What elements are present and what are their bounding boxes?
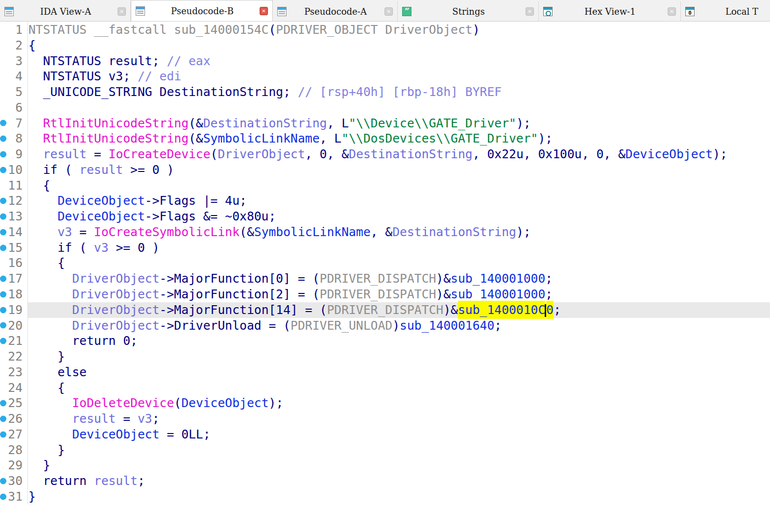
code-token[interactable]: ( — [211, 147, 218, 161]
code-text[interactable]: return 0; — [28, 333, 770, 349]
code-line[interactable]: 14 v3 = IoCreateSymbolicLink(&SymbolicLi… — [0, 224, 770, 240]
code-line[interactable]: 5 _UNICODE_STRING DestinationString; // … — [0, 84, 770, 100]
code-token[interactable]: sub_140001000 — [451, 271, 545, 286]
code-text[interactable]: DriverObject->MajorFunction[0] = (PDRIVE… — [28, 271, 770, 287]
breakpoint-dot[interactable] — [0, 229, 6, 235]
breakpoint-dot[interactable] — [0, 307, 6, 313]
code-line[interactable]: 15 if ( v3 >= 0 ) — [0, 240, 770, 256]
code-text[interactable]: result = v3; — [28, 411, 770, 427]
code-text[interactable]: { — [28, 38, 770, 53]
tab-pseudocode-a[interactable]: Pseudocode-A✕ — [273, 1, 398, 22]
code-token[interactable]: ->MajorFunction[0] = ( — [160, 271, 320, 286]
code-token[interactable]: RtlInitUnicodeString — [43, 131, 189, 145]
code-token[interactable]: SymbolicLinkName — [203, 131, 320, 145]
code-token[interactable] — [28, 147, 43, 161]
code-line[interactable]: 12 DeviceObject->Flags |= 4u; — [0, 193, 770, 209]
code-token[interactable]: , L — [320, 131, 342, 145]
code-token[interactable]: PDRIVER_DISPATCH — [320, 271, 436, 286]
code-token[interactable]: // [rsp+40h] [rbp-18h] BYREF — [298, 85, 502, 99]
tab-ida-view-a[interactable]: IDA View-A✕ — [0, 1, 131, 22]
code-token[interactable]: result — [94, 474, 138, 488]
code-line[interactable]: 2{ — [0, 38, 770, 53]
breakpoint-dot[interactable] — [0, 167, 6, 173]
code-text[interactable]: DriverObject->MajorFunction[14] = (PDRIV… — [28, 302, 770, 318]
code-token[interactable]: RtlInitUnicodeString — [43, 116, 189, 130]
code-token[interactable]: >= 0 ) — [109, 241, 160, 255]
code-text[interactable]: else — [28, 364, 770, 380]
code-text[interactable]: IoDeleteDevice(DeviceObject); — [28, 395, 770, 411]
code-token[interactable]: )& — [436, 271, 451, 286]
code-token[interactable]: IoCreateDevice — [109, 147, 211, 161]
code-line[interactable]: 27 DeviceObject = 0LL; — [0, 427, 770, 442]
code-token[interactable]: , L — [327, 116, 349, 130]
code-token[interactable]: DriverObject — [72, 303, 159, 317]
code-token[interactable]: , & — [371, 225, 393, 239]
code-token[interactable]: ->Flags |= 4u; — [145, 193, 247, 208]
breakpoint-dot[interactable] — [0, 322, 6, 329]
code-token[interactable]: } — [28, 349, 65, 363]
code-token[interactable]: ); — [516, 116, 531, 130]
code-token[interactable]: ; — [494, 318, 502, 333]
code-token[interactable]: v3 — [94, 241, 109, 255]
code-text[interactable]: DriverObject->DriverUnload = (PDRIVER_UN… — [28, 318, 770, 334]
code-text[interactable]: DeviceObject = 0LL; — [28, 427, 770, 442]
breakpoint-dot[interactable] — [0, 291, 6, 297]
code-token[interactable] — [28, 271, 72, 286]
code-token[interactable]: else — [28, 365, 87, 379]
code-text[interactable]: NTSTATUS result; // eax — [28, 53, 770, 69]
code-token[interactable]: } — [28, 489, 36, 504]
code-token[interactable]: )& — [443, 303, 458, 317]
code-line[interactable]: 3 NTSTATUS result; // eax — [0, 53, 770, 69]
code-text[interactable]: DeviceObject->Flags |= 4u; — [28, 193, 770, 209]
code-text[interactable]: if ( result >= 0 ) — [28, 162, 770, 178]
code-token[interactable]: } — [28, 443, 65, 457]
code-token[interactable]: ); — [713, 147, 727, 161]
code-token[interactable]: IoDeleteDevice — [72, 396, 174, 410]
code-token[interactable]: PDRIVER_DISPATCH — [320, 287, 436, 301]
code-token[interactable] — [28, 287, 72, 301]
code-token[interactable]: result — [72, 411, 116, 426]
code-token[interactable] — [28, 225, 57, 239]
close-tab-icon[interactable]: ✕ — [118, 7, 126, 16]
code-token[interactable]: v3 — [138, 411, 152, 426]
code-token[interactable]: (& — [240, 225, 254, 239]
close-tab-icon[interactable]: ✕ — [260, 7, 268, 15]
code-token[interactable]: , 0, & — [305, 147, 349, 161]
tab-pseudocode-b[interactable]: Pseudocode-B✕ — [131, 0, 273, 22]
code-text[interactable]: } — [28, 489, 770, 505]
code-token[interactable]: return 0; — [28, 334, 138, 348]
code-token[interactable]: if ( — [28, 241, 94, 255]
code-token[interactable]: { — [28, 381, 65, 395]
code-token[interactable]: ( — [174, 396, 181, 410]
code-line[interactable]: 24 { — [0, 380, 770, 396]
code-token[interactable]: ) — [473, 23, 480, 37]
code-token[interactable]: { — [28, 256, 65, 270]
breakpoint-dot[interactable] — [0, 478, 6, 484]
code-token[interactable]: v3 — [57, 225, 72, 239]
tab-hex-view-1[interactable]: Hex View-1✕ — [539, 1, 681, 22]
code-line[interactable]: 1NTSTATUS __fastcall sub_14000154C(PDRIV… — [0, 22, 770, 38]
breakpoint-dot[interactable] — [0, 120, 6, 126]
code-token[interactable] — [28, 427, 72, 441]
code-text[interactable]: result = IoCreateDevice(DriverObject, 0,… — [28, 146, 770, 162]
code-token[interactable] — [28, 318, 72, 333]
code-text[interactable]: { — [28, 255, 770, 271]
code-text[interactable]: } — [28, 442, 770, 458]
code-token[interactable]: { — [28, 38, 36, 52]
code-text[interactable]: NTSTATUS __fastcall sub_14000154C(PDRIVE… — [28, 22, 770, 38]
code-line[interactable]: 7 RtlInitUnicodeString(&DestinationStrin… — [0, 116, 770, 131]
tab-strings[interactable]: Strings✕ — [398, 1, 539, 22]
code-token[interactable]: NTSTATUS __fastcall sub_14000154C — [28, 23, 268, 37]
code-token[interactable]: (& — [189, 131, 203, 145]
code-token[interactable]: NTSTATUS result; — [28, 54, 167, 68]
code-token[interactable]: // edi — [138, 69, 181, 83]
code-text[interactable] — [28, 100, 770, 116]
code-line[interactable]: 19 DriverObject->MajorFunction[14] = (PD… — [0, 302, 770, 318]
breakpoint-dot[interactable] — [0, 416, 6, 422]
code-line[interactable]: 18 DriverObject->MajorFunction[2] = (PDR… — [0, 287, 770, 302]
code-token[interactable] — [28, 303, 72, 317]
code-token[interactable]: DeviceObject — [57, 209, 144, 223]
code-token[interactable] — [28, 116, 43, 130]
breakpoint-dot[interactable] — [0, 198, 6, 204]
code-token[interactable]: >= 0 ) — [123, 163, 174, 177]
